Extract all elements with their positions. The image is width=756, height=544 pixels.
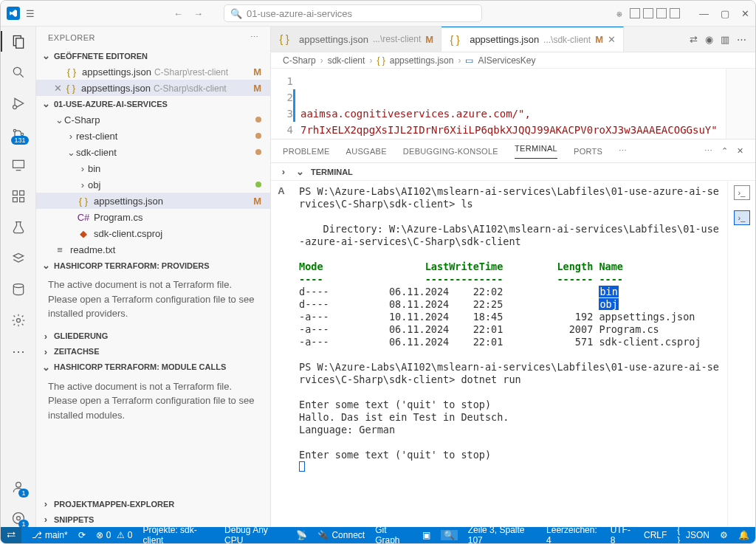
breadcrumb[interactable]: C-Sharp› sdk-client› { }appsettings.json…	[271, 52, 755, 69]
gliederung-header[interactable]: ›GLIEDERUNG	[36, 328, 270, 344]
status-eol[interactable]: CRLF	[644, 530, 667, 540]
svg-point-16	[16, 319, 20, 323]
layout-bottom-icon[interactable]	[643, 8, 653, 18]
status-live-icon[interactable]: ▣	[422, 530, 430, 540]
minimap[interactable]	[726, 69, 755, 139]
status-gitgraph[interactable]: Git Graph	[375, 525, 412, 544]
manage-icon[interactable]: 1	[10, 509, 27, 527]
terraform-icon[interactable]	[10, 249, 27, 267]
file-program-cs[interactable]: C#Program.cs	[36, 209, 270, 225]
terminal-instance-2[interactable]: ›_	[734, 210, 750, 225]
open-editor-row[interactable]: ✕{ }appsettings.jsonC-Sharp\sdk-clientM	[36, 80, 270, 96]
status-search-icon[interactable]: 🔍	[441, 530, 458, 540]
status-branch[interactable]: ⎇ main*	[32, 530, 68, 540]
status-indent[interactable]: Leerzeichen: 4	[546, 525, 600, 544]
activity-bar: 131 ⋯ 1 1	[1, 27, 36, 527]
workspace-header[interactable]: ⌄01-USE-AZURE-AI-SERVICES	[36, 96, 270, 111]
terraform-providers-text: The active document is not a Terraform f…	[36, 273, 270, 328]
projektmappen-header[interactable]: ›PROJEKTMAPPEN-EXPLORER	[36, 496, 270, 512]
terraform-modules-header[interactable]: ⌄HASHICORP TERRAFORM: MODULE CALLS	[36, 359, 270, 375]
terminal-sidebar: ›_ ›_	[727, 181, 755, 527]
minimize-button[interactable]: —	[699, 8, 709, 19]
layout-left-icon[interactable]	[630, 8, 640, 18]
status-projekte[interactable]: Projekte: sdk-client	[142, 525, 214, 544]
nav-forward[interactable]: →	[193, 8, 203, 19]
status-sync[interactable]: ⟳	[78, 530, 86, 540]
folder-obj[interactable]: ›obj	[36, 176, 270, 193]
panel-close-icon[interactable]: ✕	[737, 146, 743, 156]
copilot-icon[interactable]: ⎈	[616, 8, 622, 19]
testing-icon[interactable]	[10, 218, 27, 236]
split-icon[interactable]: ▥	[721, 34, 729, 45]
layout-right-icon[interactable]	[656, 8, 667, 18]
status-broadcast[interactable]: 📡	[296, 530, 307, 540]
azure-icon: A	[278, 185, 284, 196]
extensions-icon[interactable]	[10, 187, 27, 205]
panel-tab-terminal[interactable]: TERMINAL	[515, 144, 557, 159]
tab-rest-client[interactable]: { }appsettings.json...\rest-clientM	[271, 27, 441, 52]
settings-gear-icon[interactable]	[10, 311, 27, 329]
command-center[interactable]: 🔍 01-use-azure-ai-services	[224, 4, 482, 22]
status-bell-icon[interactable]: 🔔	[738, 530, 749, 540]
nav-back[interactable]: ←	[173, 8, 183, 19]
sidebar-more-icon[interactable]: ⋯	[250, 32, 259, 42]
sidebar: EXPLORER ⋯ ⌄GEÖFFNETE EDITOREN { }appset…	[36, 27, 271, 527]
file-appsettings[interactable]: { }appsettings.jsonM	[36, 193, 270, 209]
remote-indicator[interactable]: ⮂	[1, 527, 21, 543]
status-connect[interactable]: 🔌 Connect	[317, 530, 365, 540]
compare-icon[interactable]: ⇄	[690, 34, 698, 45]
search-activity-icon[interactable]	[10, 63, 27, 81]
status-feedback-icon[interactable]: ⚙	[720, 530, 728, 540]
folder-bin[interactable]: ›bin	[36, 160, 270, 176]
remote-explorer-icon[interactable]	[10, 156, 27, 174]
accounts-icon[interactable]: 1	[10, 478, 27, 496]
database-icon[interactable]	[10, 280, 27, 298]
close-icon[interactable]: ✕	[608, 34, 616, 45]
folder-csharp[interactable]: ⌄C-Sharp	[36, 111, 270, 128]
close-window-button[interactable]: ✕	[741, 8, 749, 19]
folder-rest-client[interactable]: ›rest-client	[36, 128, 270, 144]
status-cursor-pos[interactable]: Zeile 3, Spalte 107	[468, 525, 536, 544]
maximize-button[interactable]: ▢	[721, 8, 729, 19]
explorer-icon[interactable]	[10, 32, 27, 50]
file-csproj[interactable]: ◆sdk-client.csproj	[36, 225, 270, 241]
panel-tab-debug[interactable]: DEBUGGING-KONSOLE	[403, 147, 498, 156]
preview-icon[interactable]: ◉	[705, 34, 713, 45]
svg-point-6	[13, 129, 16, 131]
file-readme[interactable]: ≡readme.txt	[36, 241, 270, 258]
editor-tabs: { }appsettings.json...\rest-clientM { }a…	[271, 27, 755, 52]
tab-sdk-client[interactable]: { }appsettings.json...\sdk-clientM✕	[441, 27, 624, 52]
panel-ellipsis-icon[interactable]: ⋯	[704, 146, 712, 156]
code-editor[interactable]: 1234 aaimsa.cognitiveservices.azure.com/…	[271, 69, 755, 139]
more-icon[interactable]: ⋯	[10, 342, 27, 360]
debug-icon[interactable]	[10, 94, 27, 112]
panel-tab-ausgabe[interactable]: AUSGABE	[346, 147, 387, 156]
status-bar: ⮂ ⎇ main* ⟳ ⊗ 0 ⚠ 0 Projekte: sdk-client…	[1, 527, 755, 543]
line-numbers: 1234	[271, 69, 300, 139]
panel-maximize-icon[interactable]: ⌃	[721, 146, 728, 156]
terminal[interactable]: PS W:\Azure-Labs\AI102\mslearn-ai-servic…	[292, 181, 727, 527]
panel-tab-probleme[interactable]: PROBLEME	[283, 147, 330, 156]
terminal-instance-1[interactable]: ›_	[734, 185, 750, 200]
source-control-icon[interactable]: 131	[10, 125, 27, 143]
hamburger-menu[interactable]: ☰	[26, 8, 35, 19]
status-problems[interactable]: ⊗ 0 ⚠ 0	[96, 530, 133, 540]
editor-area: { }appsettings.json...\rest-clientM { }a…	[271, 27, 755, 527]
layout-full-icon[interactable]	[670, 8, 680, 18]
terraform-providers-header[interactable]: ⌄HASHICORP TERRAFORM: PROVIDERS	[36, 258, 270, 273]
status-encoding[interactable]: UTF-8	[611, 525, 633, 544]
panel-tab-ports[interactable]: PORTS	[574, 147, 602, 156]
open-editor-row[interactable]: { }appsettings.jsonC-Sharp\rest-clientM	[36, 63, 270, 80]
manage-badge: 1	[18, 520, 28, 527]
folder-sdk-client[interactable]: ⌄sdk-client	[36, 144, 270, 160]
open-editors-header[interactable]: ⌄GEÖFFNETE EDITOREN	[36, 48, 270, 63]
zeitachse-header[interactable]: ›ZEITACHSE	[36, 344, 270, 359]
more-actions-icon[interactable]: ⋯	[737, 34, 746, 45]
panel-more-icon[interactable]: ⋯	[619, 146, 627, 156]
close-icon[interactable]: ✕	[54, 83, 62, 94]
svg-rect-11	[13, 191, 17, 196]
status-language[interactable]: { } JSON	[677, 525, 709, 544]
titlebar: ☰ ← → 🔍 01-use-azure-ai-services ⎈ — ▢ ✕	[1, 1, 755, 27]
sidebar-title: EXPLORER	[48, 33, 95, 42]
status-debug-target[interactable]: Debug Any CPU	[224, 525, 286, 544]
